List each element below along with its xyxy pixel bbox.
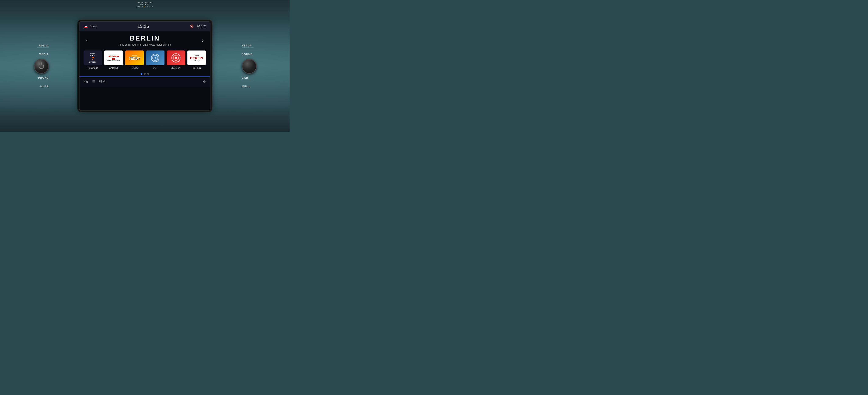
- preset-dkultur-label: DKULTUR: [170, 66, 181, 69]
- pagination-dot-1[interactable]: [141, 73, 142, 75]
- preset-dlf-logo: [146, 51, 164, 65]
- preset-teddy-logo: RADIO TEDDY: [125, 51, 144, 65]
- station-info: BERLIN Alles zum Programm unter www.radi…: [90, 34, 200, 46]
- mute-group: MUTE: [40, 82, 49, 90]
- preset-funkhaus[interactable]: FUNKHAUS 7 EUROPA Funkhaus: [84, 51, 102, 69]
- car-interior: PASSENGER AIR BAG OFF ✕⚡ ON ⊘ RADIO MEDI…: [0, 0, 289, 132]
- band-selector-fm[interactable]: FM: [84, 80, 88, 83]
- airbag-on-label: ON: [147, 6, 150, 8]
- dkultur-svg: [170, 53, 181, 63]
- main-content: ‹ BERLIN Alles zum Programm unter www.ra…: [80, 31, 210, 110]
- antenne-logo-inner: antenne rbb BRANDENBURG: [104, 51, 123, 65]
- header-left: 🚗 Sport: [84, 24, 97, 28]
- svg-point-2: [175, 57, 177, 59]
- radio-group: RADIO: [37, 41, 49, 50]
- media-group: MEDIA: [37, 50, 49, 59]
- preset-berlin-logo: radio BERLIN rbb 88,8: [187, 51, 206, 65]
- preset-dlf[interactable]: DLF: [146, 51, 164, 69]
- power-icon: [39, 64, 44, 69]
- airbag-label-area: PASSENGER AIR BAG OFF ✕⚡ ON ⊘: [136, 2, 153, 8]
- header-time: 13:15: [137, 24, 149, 29]
- station-subtitle: Alles zum Programm unter www.radioberlin…: [90, 43, 200, 46]
- preset-teddy-label: TEDDY: [130, 66, 138, 69]
- menu-button[interactable]: MENU: [242, 85, 251, 88]
- funkhaus-label: FUNKHAUS: [90, 53, 96, 56]
- airbag-icon-x: ✕⚡: [142, 6, 146, 8]
- right-side-controls: SETUP SOUND CAR MENU: [242, 41, 257, 90]
- preset-antenne[interactable]: antenne rbb BRANDENBURG Antennb: [104, 51, 123, 69]
- settings-icon[interactable]: ⚙: [203, 80, 206, 84]
- teddy-radio-label: RADIO: [132, 55, 137, 57]
- funkhaus-logo-inner: FUNKHAUS 7 EUROPA: [84, 51, 102, 65]
- left-side-controls: RADIO MEDIA PHONE MUTE: [34, 41, 49, 90]
- sound-divider: [242, 56, 253, 56]
- dkultur-logo-inner: [166, 51, 185, 65]
- phone-group: PHONE: [37, 74, 49, 82]
- svg-rect-5: [103, 81, 104, 82]
- airbag-icon-circle: ⊘: [152, 6, 153, 8]
- list-view-icon[interactable]: ☰: [92, 80, 95, 84]
- funkhaus-number: 7: [92, 56, 94, 61]
- svg-rect-4: [101, 80, 102, 83]
- volume-knob[interactable]: [242, 59, 257, 74]
- car-button[interactable]: CAR: [242, 76, 248, 79]
- berlin-radio-label: radio: [194, 54, 199, 56]
- preset-funkhaus-label: Funkhaus: [88, 66, 98, 69]
- radio-divider: [37, 47, 49, 48]
- station-name: BERLIN: [90, 34, 200, 42]
- pagination-dot-2[interactable]: [144, 73, 146, 75]
- bottom-bar: FM ☰ ⚙: [80, 76, 210, 87]
- pagination-dots: [80, 71, 210, 76]
- teddy-text: TEDDY: [129, 57, 140, 60]
- preset-antenne-label: Antennb: [110, 66, 118, 69]
- funkhaus-europa: EUROPA: [89, 61, 96, 63]
- berlin-logo-inner: radio BERLIN rbb 88,8: [188, 51, 206, 65]
- sound-button[interactable]: SOUND: [242, 53, 253, 56]
- phone-button[interactable]: PHONE: [38, 76, 49, 79]
- next-station-button[interactable]: ›: [200, 36, 206, 44]
- media-divider: [37, 56, 49, 56]
- screen-ui: 🚗 Sport 13:15 🔇 20.5°C ‹ BERLIN Alles zu…: [80, 22, 210, 110]
- power-knob[interactable]: [34, 59, 49, 74]
- preset-dkultur-logo: [166, 51, 185, 65]
- radio-button[interactable]: RADIO: [39, 44, 49, 47]
- media-button[interactable]: MEDIA: [39, 53, 49, 56]
- car-drive-icon: 🚗: [84, 24, 88, 28]
- preset-dkultur[interactable]: DKULTUR: [166, 51, 185, 69]
- equalizer-icon[interactable]: [99, 80, 105, 84]
- volume-icon: 🔇: [190, 25, 193, 28]
- berlin-station-name: BERLIN: [190, 56, 203, 60]
- presets-container: FUNKHAUS 7 EUROPA Funkhaus antenne: [80, 48, 210, 71]
- pagination-dot-3[interactable]: [147, 73, 149, 75]
- sound-group: SOUND: [242, 50, 253, 59]
- airbag-off-label: OFF: [136, 6, 140, 8]
- preset-berlin[interactable]: radio BERLIN rbb 88,8 BERLIN: [187, 51, 206, 69]
- preset-dlf-label: DLF: [153, 66, 157, 69]
- dlf-logo-inner: [146, 51, 164, 65]
- car-group: CAR: [242, 74, 253, 82]
- antenne-sub: BRANDENBURG: [106, 60, 121, 61]
- bottom-left: FM ☰: [84, 80, 105, 84]
- antenne-badge: rbb: [112, 58, 115, 60]
- menu-group: MENU: [242, 82, 251, 90]
- temperature-label: 20.5°C: [197, 25, 206, 28]
- svg-rect-6: [104, 80, 105, 82]
- teddy-logo-inner: RADIO TEDDY: [125, 51, 144, 65]
- airbag-bag: AIR BAG: [140, 4, 150, 5]
- infotainment-screen: 🚗 Sport 13:15 🔇 20.5°C ‹ BERLIN Alles zu…: [79, 22, 211, 111]
- svg-rect-3: [99, 80, 100, 82]
- station-display: ‹ BERLIN Alles zum Programm unter www.ra…: [80, 31, 210, 48]
- preset-funkhaus-logo: FUNKHAUS 7 EUROPA: [84, 51, 102, 65]
- berlin-freq-label: rbb 88,8: [194, 60, 200, 61]
- header-bar: 🚗 Sport 13:15 🔇 20.5°C: [80, 22, 210, 31]
- antenne-text: antenne: [108, 55, 119, 58]
- prev-station-button[interactable]: ‹: [84, 36, 90, 44]
- preset-teddy[interactable]: RADIO TEDDY TEDDY: [125, 51, 144, 69]
- setup-button[interactable]: SETUP: [242, 44, 252, 47]
- setup-divider: [242, 47, 253, 48]
- airbag-passenger: PASSENGER: [137, 2, 152, 4]
- mute-button[interactable]: MUTE: [40, 85, 49, 88]
- preset-antenne-logo: antenne rbb BRANDENBURG: [104, 51, 123, 65]
- setup-group: SETUP: [242, 41, 253, 50]
- preset-berlin-label: BERLIN: [192, 66, 201, 69]
